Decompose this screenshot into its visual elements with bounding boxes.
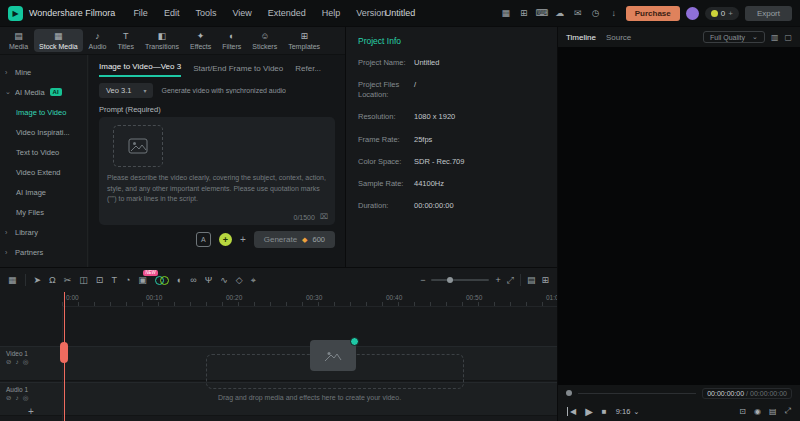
tab-filters[interactable]: ◐ Filters (217, 29, 246, 52)
zoom-out-icon[interactable]: − (420, 275, 425, 285)
audio-sync-icon[interactable]: ∿ (220, 275, 228, 285)
mic-icon[interactable]: Ψ (205, 275, 213, 285)
magnet-icon[interactable]: Ω (49, 275, 56, 285)
aspect-ratio-select[interactable]: 9:16 ⌄ (616, 407, 640, 416)
cloud-icon[interactable]: ☁ (554, 8, 566, 18)
message-icon[interactable]: ✉ (572, 8, 584, 18)
export-button[interactable]: Export (745, 6, 792, 21)
divider (520, 274, 521, 286)
sidebar-item-image-to-video[interactable]: Image to Video (0, 102, 87, 122)
history-icon[interactable]: ◷ (590, 8, 602, 18)
add-track-button[interactable]: + (28, 406, 34, 417)
tab-source[interactable]: Source (606, 33, 631, 42)
menu-view[interactable]: View (224, 8, 259, 18)
translate-icon[interactable]: A (196, 232, 211, 247)
detach-window-icon[interactable]: ▢ (784, 33, 792, 42)
play-icon[interactable]: ▶ (585, 406, 593, 417)
media-grid-icon[interactable]: ▦ (8, 275, 17, 285)
tab-templates[interactable]: ⊞ Templates (283, 29, 325, 52)
track-manager-icon[interactable]: ▤ (527, 275, 536, 285)
split-icon[interactable]: ◫ (79, 275, 88, 285)
text-tool-icon[interactable]: T (111, 275, 117, 285)
fit-timeline-icon[interactable]: ⤢ (507, 275, 514, 285)
add-credits-icon[interactable]: + (728, 9, 733, 18)
credits-badge[interactable]: 0 + (705, 7, 739, 20)
timeline-ruler[interactable]: 0:00 00:10 00:20 00:30 00:40 00:50 01:00 (62, 292, 557, 307)
menu-edit[interactable]: Edit (156, 8, 188, 18)
speaker-icon[interactable]: ▤ (769, 407, 777, 416)
playhead-handle[interactable] (60, 342, 68, 363)
quality-select[interactable]: Full Quality ⌄ (703, 31, 765, 43)
snapshot-icon[interactable]: ◉ (754, 407, 761, 416)
layout-icon[interactable]: ▦ (500, 8, 512, 18)
previous-frame-icon[interactable]: ◀ (567, 407, 576, 416)
tab-media[interactable]: ▤ Media (4, 29, 33, 52)
tab-transitions[interactable]: ◧ Transitions (140, 29, 184, 52)
sidebar-item-my-files[interactable]: My Files (0, 202, 87, 222)
zoom-slider-knob[interactable] (447, 277, 453, 283)
sidebar-item-ai-image[interactable]: AI Image (0, 182, 87, 202)
video-track-header: Video 1 ⊘ ♪ ◎ (0, 348, 62, 366)
sidebar-item-ai-media[interactable]: ⌄ AI Media AI (0, 82, 87, 102)
playhead[interactable] (64, 292, 65, 421)
speed-icon[interactable]: ◔ (125, 275, 130, 285)
keyframe-icon[interactable]: ◇ (236, 275, 243, 285)
sidebar-item-video-inspiration[interactable]: Video Inspirati... (0, 122, 87, 142)
tab-stock-media[interactable]: ▦ Stock Media (34, 29, 83, 52)
zoom-in-icon[interactable]: + (495, 275, 500, 285)
volume-icon[interactable]: ◎ (23, 394, 29, 402)
lock-icon[interactable]: ⊘ (6, 358, 11, 366)
stop-icon[interactable]: ■ (602, 407, 607, 416)
sidebar-item-mine[interactable]: › Mine (0, 62, 87, 82)
tab-start-end-frame[interactable]: Start/End Frame to Video (193, 64, 283, 77)
add-image-dropzone[interactable] (113, 125, 163, 167)
generate-label: Generate (264, 235, 297, 244)
tab-label: Audio (89, 43, 107, 50)
grid-view-icon[interactable]: ⊞ (541, 275, 549, 285)
hide-icon[interactable]: ◎ (23, 358, 29, 366)
sidebar-item-partners[interactable]: › Partners (0, 242, 87, 262)
pip-icon[interactable]: ▣NEW (138, 275, 147, 285)
sidebar-item-text-to-video[interactable]: Text to Video (0, 142, 87, 162)
menu-file[interactable]: File (125, 8, 156, 18)
tab-reference[interactable]: Refer... (295, 64, 321, 77)
render-preview-icon[interactable]: ⊡ (739, 407, 746, 416)
fullscreen-icon[interactable]: ⤢ (785, 406, 791, 416)
tab-stickers[interactable]: ☺ Stickers (247, 29, 282, 52)
pointer-icon[interactable]: ➤ (34, 275, 42, 285)
track-name: Video 1 (0, 348, 62, 358)
mute-icon[interactable]: ♪ (15, 394, 18, 402)
sidebar-item-video-extend[interactable]: Video Extend (0, 162, 87, 182)
link-icon[interactable]: ∞ (190, 275, 196, 285)
crop-icon[interactable]: ⊡ (96, 275, 104, 285)
scissors-icon[interactable]: ✂ (64, 275, 72, 285)
download-icon[interactable]: ↓ (608, 8, 620, 18)
generate-button[interactable]: Generate ◆ 600 (254, 231, 335, 248)
mute-icon[interactable]: ♪ (15, 358, 18, 366)
tab-titles[interactable]: T Titles (113, 29, 139, 52)
plugin-icon[interactable]: ⊞ (518, 8, 530, 18)
tab-effects[interactable]: ✦ Effects (185, 29, 216, 52)
tab-audio[interactable]: ♪ Audio (84, 29, 112, 52)
tab-image-to-video-veo3[interactable]: Image to Video—Veo 3 (99, 62, 181, 77)
mask-icon[interactable]: ◐ (177, 275, 182, 285)
avatar[interactable] (686, 7, 699, 20)
clear-icon[interactable]: ⌧ (320, 213, 328, 221)
display-mode-icon[interactable]: ▥ (771, 33, 779, 42)
field-value: / (414, 80, 416, 100)
generator-actions: A + + Generate ◆ 600 (89, 225, 345, 254)
prompt-input[interactable]: Please describe the video clearly, cover… (99, 117, 335, 225)
marker-icon[interactable]: ⌖ (251, 275, 256, 285)
tab-timeline[interactable]: Timeline (566, 33, 596, 42)
plus-icon[interactable]: + (240, 234, 246, 245)
keyboard-icon[interactable]: ⌨ (536, 8, 548, 18)
purchase-button[interactable]: Purchase (626, 6, 680, 21)
timecode: 00:00:00:00 / 00:00:00:00 (702, 388, 792, 399)
add-button[interactable]: + (219, 233, 232, 246)
chroma-key-icon[interactable] (155, 275, 169, 285)
menu-tools[interactable]: Tools (187, 8, 224, 18)
sidebar-item-library[interactable]: › Library (0, 222, 87, 242)
model-select[interactable]: Veo 3.1 ▾ (99, 83, 153, 98)
seek-handle[interactable] (566, 390, 572, 396)
lock-icon[interactable]: ⊘ (6, 394, 11, 402)
